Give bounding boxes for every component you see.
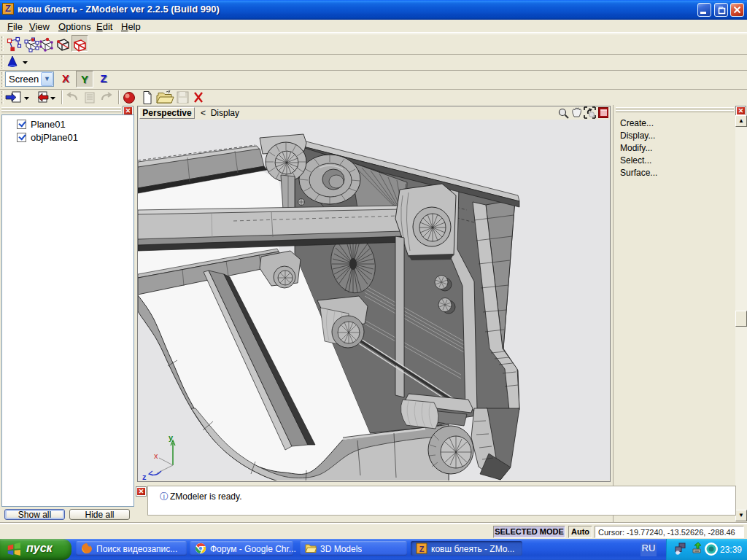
svg-text:y: y	[169, 433, 174, 442]
svg-text:x: x	[154, 451, 158, 460]
svg-text:z: z	[142, 472, 147, 481]
svg-text:Z: Z	[419, 545, 425, 553]
